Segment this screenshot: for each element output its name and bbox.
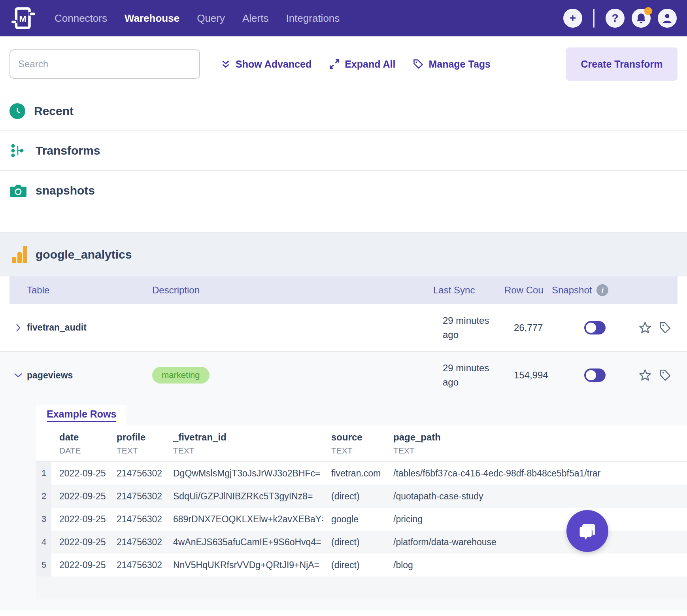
header-description: Description [143, 285, 433, 296]
cell-page-path: /blog [385, 560, 687, 571]
chevron-down-icon [13, 371, 23, 380]
row-count-value: 26,777 [514, 322, 561, 333]
table-row-pageviews[interactable]: pageviews marketing 29 minutes ago 154,9… [0, 352, 687, 399]
tag-badge-marketing: marketing [152, 367, 209, 384]
cell-date: 2022-09-25 [51, 468, 109, 479]
row-tag-icon[interactable] [658, 321, 672, 334]
nav-item-alerts[interactable]: Alerts [242, 12, 268, 25]
table-row: 1 2022-09-25 214756302 DgQwMslsMgjT3oJsJ… [36, 462, 687, 485]
cell-source: (direct) [323, 560, 385, 571]
cell-page-path: /platform/data-warehouse [385, 537, 687, 548]
last-sync-value: 29 minutes ago [443, 314, 514, 342]
nav-item-integrations[interactable]: Integrations [286, 12, 340, 25]
section-recent[interactable]: Recent [0, 92, 687, 131]
cell-profile: 214756302 [109, 491, 165, 502]
mozart-logo-icon[interactable]: M [10, 5, 36, 31]
row-tag-icon[interactable] [658, 368, 672, 382]
column-type: TEXT [393, 446, 687, 455]
cell-fivetran-id: SdqUi/GZPJlNIBZRKc5T3gyINz8= [165, 491, 323, 502]
info-icon[interactable]: i [596, 284, 608, 296]
top-nav: M Connectors Warehouse Query Alerts Inte… [0, 0, 687, 36]
cell-page-path: /pricing [385, 514, 687, 525]
notification-badge [644, 7, 652, 15]
cell-page-path: /tables/f6bf37ca-c416-4edc-98df-8b48ce5b… [385, 468, 687, 479]
cell-profile: 214756302 [109, 560, 165, 571]
row-number: 1 [36, 462, 51, 485]
expand-all-link[interactable]: Expand All [329, 59, 395, 70]
table-header: Table Description Last Sync Row Cou Snap… [9, 276, 678, 304]
section-transforms[interactable]: Transforms [0, 131, 687, 171]
section-label: Transforms [36, 144, 100, 157]
section-snapshots[interactable]: snapshots [0, 171, 687, 210]
cell-source: (direct) [323, 537, 385, 548]
cell-profile: 214756302 [109, 537, 165, 548]
account-button[interactable] [658, 9, 677, 28]
cell-profile: 214756302 [109, 468, 165, 479]
cell-source: fivetran.com [323, 468, 385, 479]
chat-launcher-button[interactable] [566, 510, 608, 552]
nav-menu: Connectors Warehouse Query Alerts Integr… [55, 12, 340, 25]
nav-actions: + ? [563, 9, 677, 28]
header-table: Table [27, 285, 143, 296]
section-google-analytics[interactable]: google_analytics [0, 232, 687, 276]
row-number: 3 [36, 508, 51, 531]
nav-item-connectors[interactable]: Connectors [55, 12, 107, 25]
question-icon: ? [612, 12, 618, 25]
column-name: profile [117, 432, 165, 443]
column-type: TEXT [117, 446, 165, 455]
search-input[interactable] [9, 49, 200, 79]
table-row: 5 2022-09-25 214756302 NnV5HqUKRfsrVVDg+… [36, 554, 687, 576]
google-analytics-icon [11, 246, 28, 263]
cell-profile: 214756302 [109, 514, 165, 525]
nav-item-query[interactable]: Query [197, 12, 225, 25]
column-name: date [59, 432, 109, 443]
manage-tags-label: Manage Tags [428, 59, 491, 70]
column-name: _fivetran_id [173, 432, 323, 443]
column-type: DATE [59, 446, 109, 455]
help-button[interactable]: ? [606, 9, 625, 28]
cell-fivetran-id: 689rDNX7EOQKLXElw+k2avXEBaY= [165, 514, 323, 525]
warehouse-toolbar: Show Advanced Expand All Manage Tags Cre… [0, 36, 687, 92]
favorite-star-icon[interactable] [638, 321, 652, 334]
header-last-sync: Last Sync [433, 283, 504, 297]
last-sync-value: 29 minutes ago [443, 361, 514, 389]
favorite-star-icon[interactable] [638, 368, 652, 382]
empty-row [36, 576, 687, 599]
column-type: TEXT [331, 446, 385, 455]
create-transform-button[interactable]: Create Transform [566, 47, 678, 81]
show-advanced-link[interactable]: Show Advanced [221, 59, 311, 70]
toggle-knob [586, 323, 596, 333]
pageviews-expanded-area: pageviews marketing 29 minutes ago 154,9… [0, 352, 687, 610]
spacer [0, 210, 687, 232]
notifications-button[interactable] [632, 9, 651, 28]
bell-icon [636, 13, 646, 24]
svg-text:M: M [19, 14, 26, 24]
section-label: snapshots [36, 184, 95, 197]
cell-source: google [323, 514, 385, 525]
collapse-row-button[interactable] [9, 371, 27, 380]
double-chevron-down-icon [221, 59, 231, 69]
expand-all-label: Expand All [345, 59, 395, 70]
cell-date: 2022-09-25 [51, 491, 109, 502]
manage-tags-link[interactable]: Manage Tags [413, 59, 491, 70]
schema-title: google_analytics [36, 248, 132, 261]
nav-item-warehouse[interactable]: Warehouse [125, 12, 179, 25]
table-row-fivetran-audit[interactable]: fivetran_audit 29 minutes ago 26,777 [0, 304, 687, 352]
show-advanced-label: Show Advanced [236, 59, 311, 70]
tab-example-rows[interactable]: Example Rows [36, 405, 126, 425]
cell-page-path: /quotapath-case-study [385, 491, 687, 502]
cell-date: 2022-09-25 [51, 537, 109, 548]
snapshot-toggle[interactable] [584, 368, 606, 382]
header-snapshot: Snapshot i [552, 284, 619, 296]
expand-row-button[interactable] [9, 323, 27, 333]
cell-date: 2022-09-25 [51, 514, 109, 525]
header-row-count: Row Cou [504, 285, 552, 296]
row-count-value: 154,994 [514, 370, 561, 381]
table-row: 2 2022-09-25 214756302 SdqUi/GZPJlNIBZRK… [36, 485, 687, 508]
cell-source: (direct) [323, 491, 385, 502]
cell-fivetran-id: DgQwMslsMgjT3oJsJrWJ3o2BHFc= [165, 468, 323, 479]
toggle-knob [586, 370, 596, 380]
expand-icon [329, 59, 340, 70]
add-button[interactable]: + [563, 9, 582, 28]
snapshot-toggle[interactable] [584, 321, 606, 334]
